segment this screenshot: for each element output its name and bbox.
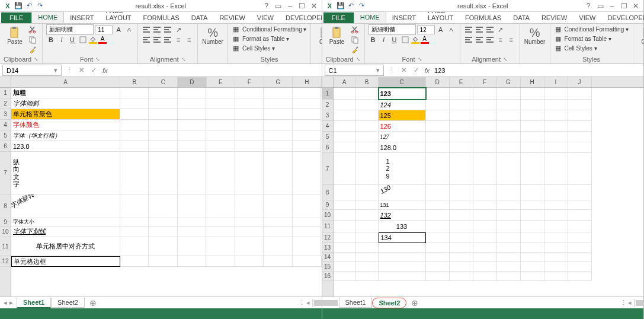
cell[interactable] <box>497 88 521 100</box>
cell[interactable] <box>334 153 356 185</box>
cell[interactable] <box>450 253 473 262</box>
row-header[interactable]: 10 <box>322 210 333 221</box>
cell[interactable] <box>450 142 473 153</box>
row-header[interactable]: 5 <box>0 130 11 141</box>
italic-button[interactable]: I <box>57 35 66 44</box>
column-header[interactable]: C <box>149 77 178 87</box>
cell[interactable] <box>120 152 149 194</box>
save-icon[interactable]: 💾 <box>337 2 345 10</box>
cell[interactable] <box>149 194 178 218</box>
cell[interactable] <box>206 88 235 98</box>
cell[interactable] <box>293 237 322 256</box>
row-header[interactable]: 4 <box>0 120 11 130</box>
cell[interactable] <box>120 227 149 237</box>
name-box[interactable]: C1▾ <box>325 65 384 76</box>
cell[interactable] <box>120 256 149 267</box>
grow-font-icon[interactable]: A <box>114 25 123 34</box>
cell[interactable] <box>521 262 544 272</box>
cell[interactable] <box>473 221 497 232</box>
align-mid-icon[interactable] <box>475 25 484 34</box>
formula-bar[interactable] <box>110 66 322 75</box>
cell[interactable] <box>450 100 473 110</box>
row-header[interactable]: 8 <box>0 194 11 218</box>
cell[interactable]: 字体颜色 <box>11 120 120 130</box>
cell[interactable] <box>235 130 264 141</box>
cell[interactable] <box>497 200 521 210</box>
ribbon-tab-data[interactable]: DATA <box>507 12 536 23</box>
cell[interactable] <box>544 210 568 221</box>
cell[interactable] <box>568 243 592 253</box>
font-color-button[interactable]: A <box>421 36 429 44</box>
ribbon-tab-file[interactable]: FILE <box>1 12 31 23</box>
cell[interactable] <box>521 153 544 185</box>
cell[interactable] <box>264 227 293 237</box>
column-header[interactable]: B <box>120 77 149 87</box>
cell[interactable] <box>235 120 264 130</box>
ribbon-tab-developer[interactable]: DEVELOPER <box>601 12 644 23</box>
cell[interactable] <box>568 132 592 142</box>
row-header[interactable]: 9 <box>0 218 11 227</box>
italic-button[interactable]: I <box>379 35 389 44</box>
ribbon-tab-home[interactable]: HOME <box>354 11 386 23</box>
cell[interactable] <box>568 100 592 110</box>
cell[interactable] <box>149 227 178 237</box>
cell[interactable] <box>568 110 592 121</box>
cell[interactable] <box>473 88 497 100</box>
maximize-icon[interactable]: ☐ <box>619 1 629 11</box>
cell[interactable] <box>120 237 149 256</box>
indent-inc-icon[interactable]: ≡ <box>184 35 194 44</box>
cell[interactable]: 单元格边框 <box>11 256 120 267</box>
cell[interactable] <box>450 153 473 185</box>
cell[interactable] <box>426 243 450 253</box>
cell[interactable] <box>235 141 264 152</box>
cell[interactable] <box>206 237 235 256</box>
cell[interactable] <box>293 227 322 237</box>
cell[interactable] <box>568 262 592 272</box>
cell[interactable] <box>334 221 356 232</box>
shrink-font-icon[interactable]: A <box>447 25 456 34</box>
cell[interactable] <box>497 253 521 262</box>
fx-icon[interactable]: fx <box>100 67 110 74</box>
font-size-combo[interactable]: 11 <box>95 25 113 34</box>
cell[interactable] <box>473 272 497 281</box>
row-header[interactable]: 6 <box>322 142 333 153</box>
row-header[interactable]: 12 <box>322 232 333 243</box>
undo-icon[interactable]: ↶ <box>347 2 355 10</box>
cell[interactable] <box>356 88 379 100</box>
cell[interactable] <box>149 218 178 227</box>
cell[interactable] <box>450 185 473 200</box>
cell[interactable] <box>473 110 497 121</box>
grow-font-icon[interactable]: A <box>436 25 446 34</box>
cell[interactable] <box>206 141 235 152</box>
fill-color-button[interactable]: ◇ <box>411 36 419 44</box>
cell[interactable] <box>235 88 264 98</box>
cell[interactable] <box>178 98 207 109</box>
cell[interactable] <box>497 110 521 121</box>
cell[interactable] <box>178 88 207 98</box>
cell[interactable] <box>473 185 497 200</box>
column-header[interactable]: F <box>473 77 497 87</box>
conditional-formatting-button[interactable]: ▦Conditional Formatting ▾ <box>232 25 306 34</box>
cell[interactable] <box>379 253 426 262</box>
cell[interactable] <box>293 109 322 120</box>
cell[interactable] <box>379 272 426 281</box>
font-color-button[interactable]: A <box>98 36 107 44</box>
cell[interactable] <box>293 120 322 130</box>
cell[interactable] <box>120 194 149 218</box>
row-header[interactable]: 12 <box>0 256 11 267</box>
cell[interactable] <box>149 152 178 194</box>
shrink-font-icon[interactable]: A <box>124 25 134 34</box>
cell[interactable] <box>473 100 497 110</box>
cut-button[interactable] <box>351 25 359 34</box>
cell[interactable] <box>450 243 473 253</box>
cell[interactable]: 127 <box>379 132 426 142</box>
ribbon-opts-icon[interactable]: ▭ <box>273 1 284 11</box>
cell[interactable] <box>356 153 379 185</box>
cell[interactable] <box>178 237 207 256</box>
cell[interactable]: 124 <box>379 100 426 110</box>
cell[interactable] <box>521 100 544 110</box>
column-header[interactable]: A <box>11 77 120 87</box>
cell[interactable] <box>450 121 473 132</box>
align-bot-icon[interactable] <box>485 25 495 34</box>
cell[interactable] <box>293 130 322 141</box>
